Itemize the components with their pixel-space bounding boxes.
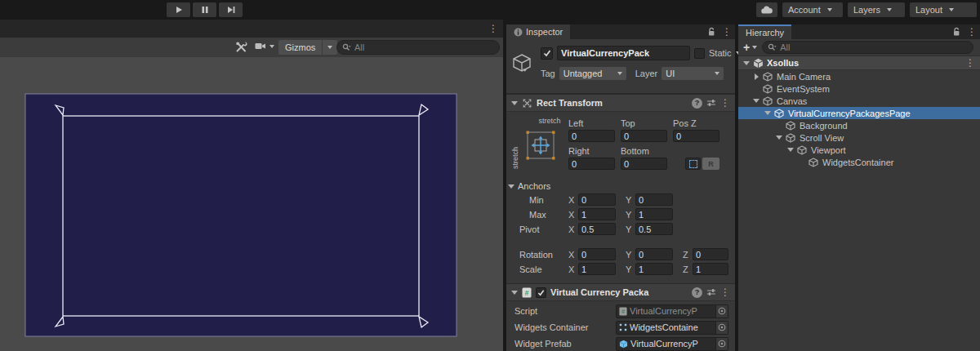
rotation-x-field[interactable]: [578, 248, 616, 260]
scale-x-field[interactable]: [578, 263, 616, 275]
scene-viewport[interactable]: [0, 57, 503, 351]
posz-field[interactable]: [673, 130, 719, 142]
gameobject-name-field[interactable]: [557, 46, 690, 60]
foldout-closed-icon[interactable]: [755, 73, 759, 80]
foldout-open-icon[interactable]: [787, 148, 794, 152]
widget-prefab-field[interactable]: VirtualCurrencyP: [616, 337, 716, 351]
anchors-max-y-field[interactable]: [635, 208, 673, 220]
hierarchy-item-scroll-view[interactable]: Scroll View: [738, 131, 980, 144]
play-button[interactable]: [167, 2, 190, 17]
object-picker-icon[interactable]: [716, 337, 728, 351]
hierarchy-tab-strip: Hierarchy ⋮: [738, 24, 980, 39]
search-icon: [768, 43, 777, 52]
foldout-open-icon[interactable]: [753, 99, 760, 103]
active-checkbox[interactable]: [541, 47, 553, 60]
bottom-field[interactable]: [621, 158, 667, 170]
pause-button[interactable]: [193, 2, 216, 17]
anchors-foldout[interactable]: Anchors: [508, 181, 735, 191]
help-icon[interactable]: ?: [692, 287, 702, 298]
presets-icon[interactable]: [706, 99, 716, 107]
object-picker-icon[interactable]: [716, 304, 728, 318]
anchor-preset-widget[interactable]: [525, 130, 556, 161]
layer-label: Layer: [635, 69, 658, 78]
scene-tools-icon[interactable]: [235, 42, 247, 53]
hierarchy-item-background[interactable]: Background: [738, 119, 980, 131]
object-picker-icon[interactable]: [716, 321, 728, 335]
foldout-open-icon[interactable]: [511, 291, 518, 295]
chevron-down-icon: [887, 8, 892, 11]
hierarchy-item-main-camera[interactable]: Main Camera: [738, 70, 980, 82]
tab-inspector[interactable]: Inspector: [506, 24, 570, 39]
rotation-z-field[interactable]: [693, 248, 728, 260]
tag-value: Untagged: [564, 69, 603, 78]
lock-icon[interactable]: [707, 27, 715, 37]
layer-dropdown[interactable]: UI: [662, 67, 724, 80]
foldout-open-icon[interactable]: [764, 111, 771, 115]
hierarchy-item-canvas[interactable]: Canvas: [738, 95, 980, 107]
y-axis-label: Y: [626, 224, 632, 234]
scene-search-input[interactable]: [354, 42, 494, 52]
chevron-down-icon: [322, 40, 337, 55]
tag-dropdown[interactable]: Untagged: [559, 67, 626, 80]
anchors-max-x-field[interactable]: [578, 208, 616, 220]
create-object-button[interactable]: +: [743, 42, 757, 53]
gizmos-label: Gizmos: [278, 40, 322, 55]
hierarchy-item-eventsystem[interactable]: EventSystem: [738, 82, 980, 95]
foldout-open-icon[interactable]: [776, 136, 782, 140]
item-label: WidgetsContainer: [822, 158, 893, 167]
layout-label: Layout: [915, 5, 942, 15]
widgets-container-field[interactable]: WidgetsContaine: [616, 321, 716, 335]
pivot-x-field[interactable]: [578, 223, 616, 235]
scene-kebab-icon[interactable]: ⋮: [965, 58, 975, 68]
component-kebab-icon[interactable]: ⋮: [720, 98, 730, 108]
blueprint-mode-button[interactable]: [685, 158, 701, 170]
scene-menu-kebab-icon[interactable]: ⋮: [488, 24, 498, 33]
top-field[interactable]: [621, 130, 667, 142]
component-enabled-checkbox[interactable]: [536, 287, 546, 298]
help-icon[interactable]: ?: [692, 98, 702, 109]
z-axis-label: Z: [683, 250, 689, 260]
anchors-min-x-field[interactable]: [578, 193, 616, 206]
unity-editor-window: Account Layers Layout ⋮: [0, 0, 980, 351]
layers-dropdown[interactable]: Layers: [848, 2, 905, 17]
scale-y-field[interactable]: [635, 263, 673, 275]
anchors-min-y-field[interactable]: [635, 193, 673, 206]
component-kebab-icon[interactable]: ⋮: [720, 287, 730, 297]
raw-edit-mode-button[interactable]: R: [702, 158, 719, 170]
hierarchy-search-field[interactable]: [762, 41, 973, 54]
y-axis-label: Y: [626, 250, 632, 260]
scene-camera-dropdown[interactable]: [255, 42, 274, 51]
rotation-y-field[interactable]: [635, 248, 673, 260]
scale-z-field[interactable]: [693, 263, 728, 275]
hierarchy-item-virtualcurrencypackagespage[interactable]: VirtualCurrencyPackagesPage: [738, 107, 980, 119]
account-dropdown[interactable]: Account: [782, 2, 843, 17]
hierarchy-item-viewport[interactable]: Viewport: [738, 144, 980, 156]
left-field[interactable]: [568, 130, 615, 142]
lock-icon[interactable]: [952, 27, 960, 37]
gameobject-cube-icon: [797, 145, 807, 155]
gameobject-cube-icon[interactable]: [511, 53, 532, 76]
inspector-kebab-icon[interactable]: ⋮: [722, 27, 732, 37]
static-checkbox[interactable]: [694, 48, 705, 59]
foldout-open-icon[interactable]: [511, 101, 518, 105]
hierarchy-search-input[interactable]: [780, 42, 968, 52]
hierarchy-item-widgetscontainer[interactable]: WidgetsContainer: [738, 156, 980, 168]
script-object-field[interactable]: # VirtualCurrencyP: [616, 304, 716, 318]
camera-icon: [255, 42, 266, 51]
vcp-component-header[interactable]: # Virtual Currency Packa ? ⋮: [506, 283, 735, 301]
presets-icon[interactable]: [706, 288, 716, 296]
foldout-open-icon[interactable]: [743, 61, 750, 65]
scene-row-xsollus[interactable]: Xsollus ⋮: [738, 56, 980, 70]
gameobject-cube-icon: [786, 133, 795, 143]
chevron-down-icon: [715, 72, 719, 75]
pivot-y-field[interactable]: [635, 223, 673, 235]
cloud-button[interactable]: [756, 2, 777, 17]
hierarchy-kebab-icon[interactable]: ⋮: [967, 27, 977, 37]
scene-search-field[interactable]: [336, 40, 500, 55]
step-button[interactable]: [219, 2, 243, 17]
right-field[interactable]: [568, 158, 615, 170]
tab-hierarchy[interactable]: Hierarchy: [738, 24, 791, 39]
rect-transform-header[interactable]: Rect Transform ? ⋮: [506, 94, 735, 112]
gizmos-dropdown[interactable]: Gizmos: [278, 40, 337, 55]
layout-dropdown[interactable]: Layout: [910, 2, 977, 17]
